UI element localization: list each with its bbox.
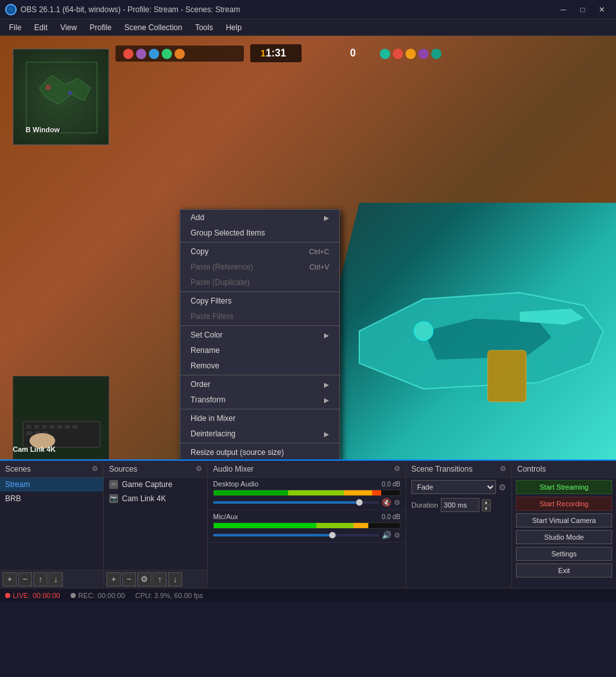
titlebar: OBS 26.1.1 (64-bit, windows) - Profile: … (0, 0, 616, 19)
menu-scene-collection[interactable]: Scene Collection (118, 19, 189, 35)
vol-seg-red-1 (372, 490, 382, 495)
desktop-audio-controls: 🔇 ⚙ (213, 498, 400, 507)
mic-aux-db: 0.0 dB (382, 513, 400, 520)
duration-row: Duration ▲ ▼ (406, 497, 511, 513)
ctx-sep-4 (180, 375, 339, 375)
ctx-paste-ref: Paste (Reference) Ctrl+V (180, 259, 339, 275)
titlebar-left: OBS 26.1.1 (64-bit, windows) - Profile: … (5, 4, 240, 15)
close-button[interactable]: ✕ (593, 3, 611, 17)
transition-select[interactable]: Fade Cut Swipe (411, 480, 496, 494)
mic-settings-icon[interactable]: ⚙ (394, 531, 400, 540)
exit-button[interactable]: Exit (516, 563, 612, 578)
svg-point-24 (136, 49, 146, 59)
transitions-header-icon[interactable]: ⚙ (500, 465, 506, 473)
vol-seg-orange-1 (344, 490, 372, 495)
source-up-button[interactable]: ↑ (153, 572, 167, 587)
transition-gear-icon[interactable]: ⚙ (499, 483, 506, 492)
ctx-paste-dup: Paste (Duplicate) (180, 275, 339, 290)
live-label: LIVE: (13, 592, 30, 599)
ctx-transform[interactable]: Transform ▶ (180, 392, 339, 407)
svg-point-28 (380, 49, 390, 59)
source-remove-button[interactable]: − (122, 572, 136, 587)
menu-help[interactable]: Help (219, 19, 248, 35)
svg-text:0: 0 (350, 47, 356, 58)
ctx-copy-filters[interactable]: Copy Filters (180, 293, 339, 309)
ctx-order-label: Order (191, 380, 210, 389)
statusbar: LIVE: 00:00:00 REC: 00:00:00 CPU: 3.9%, … (0, 588, 616, 602)
menu-tools[interactable]: Tools (189, 19, 219, 35)
source-add-button[interactable]: + (107, 572, 121, 587)
ctx-resize-output[interactable]: Resize output (source size) (180, 445, 339, 459)
settings-button[interactable]: Settings (516, 547, 612, 561)
scene-add-button[interactable]: + (3, 572, 17, 587)
svg-rect-12 (26, 431, 33, 435)
ctx-transform-label: Transform (191, 395, 225, 404)
mixer-track-desktop-header: Desktop Audio 0.0 dB (213, 480, 400, 488)
cpu-status: CPU: 3.9%, 60.00 fps (135, 592, 203, 599)
desktop-settings-icon[interactable]: ⚙ (394, 499, 400, 507)
source-item-game-capture[interactable]: 🎮 Game Capture (104, 477, 207, 492)
svg-point-25 (149, 49, 159, 59)
duration-input[interactable] (441, 498, 479, 512)
vol-seg-orange-2 (354, 523, 368, 528)
ctx-deinterlacing[interactable]: Deinterlacing ▶ (180, 426, 339, 441)
studio-mode-button[interactable]: Studio Mode (516, 530, 612, 544)
controls-header-label: Controls (517, 465, 546, 474)
mic-mute-icon[interactable]: 🔊 (382, 531, 391, 540)
source-settings-button[interactable]: ⚙ (137, 572, 151, 587)
start-streaming-button[interactable]: Start Streaming (516, 480, 612, 494)
svg-rect-2 (68, 91, 72, 95)
menu-edit[interactable]: Edit (28, 19, 54, 35)
minimize-button[interactable]: ─ (554, 3, 572, 17)
menubar: File Edit View Profile Scene Collection … (0, 19, 616, 36)
menu-view[interactable]: View (54, 19, 83, 35)
mic-slider-track (213, 534, 379, 536)
duration-spinners: ▲ ▼ (482, 499, 491, 511)
source-item-cam-link[interactable]: 📷 Cam Link 4K (104, 492, 207, 506)
mic-slider-thumb[interactable] (329, 532, 336, 538)
ctx-add-label: Add (191, 213, 204, 222)
svg-rect-7 (42, 425, 47, 429)
window-title: OBS 26.1.1 (64-bit, windows) - Profile: … (21, 5, 240, 14)
ctx-copy[interactable]: Copy Ctrl+C (180, 244, 339, 259)
ctx-hide-mixer[interactable]: Hide in Mixer (180, 411, 339, 426)
mixer-track-mic: Mic/Aux 0.0 dB 🔊 ⚙ (208, 510, 406, 543)
start-virtual-camera-button[interactable]: Start Virtual Camera (516, 513, 612, 527)
sources-panel: Sources ⚙ 🎮 Game Capture 📷 Cam Link 4K +… (104, 461, 208, 588)
scenes-header-icon[interactable]: ⚙ (92, 465, 98, 473)
scene-item-brb[interactable]: BRB (0, 492, 103, 506)
svg-point-29 (393, 49, 403, 59)
mixer-header-icon[interactable]: ⚙ (394, 465, 400, 473)
mixer-panel-header: Audio Mixer ⚙ (208, 461, 406, 477)
desktop-slider-track (213, 501, 379, 504)
scene-remove-button[interactable]: − (18, 572, 32, 587)
ctx-rename-label: Rename (191, 346, 219, 355)
obs-logo-icon (5, 4, 17, 15)
desktop-audio-label: Desktop Audio (213, 480, 259, 488)
ctx-remove[interactable]: Remove (180, 358, 339, 373)
scene-down-button[interactable]: ↓ (49, 572, 63, 587)
ctx-set-color-label: Set Color (191, 330, 223, 339)
duration-up-button[interactable]: ▲ (482, 499, 491, 505)
scene-up-button[interactable]: ↑ (33, 572, 47, 587)
menu-profile[interactable]: Profile (83, 19, 118, 35)
window-controls: ─ □ ✕ (554, 3, 611, 17)
ctx-rename[interactable]: Rename (180, 343, 339, 358)
scene-item-stream[interactable]: Stream (0, 477, 103, 492)
sources-header-icon[interactable]: ⚙ (196, 465, 202, 473)
desktop-mute-icon[interactable]: 🔇 (382, 498, 391, 507)
source-down-button[interactable]: ↓ (168, 572, 182, 587)
menu-file[interactable]: File (3, 19, 28, 35)
maximize-button[interactable]: □ (574, 3, 592, 17)
vol-seg-yellow-2 (316, 523, 354, 528)
mixer-track-mic-header: Mic/Aux 0.0 dB (213, 513, 400, 520)
ctx-order[interactable]: Order ▶ (180, 377, 339, 392)
ctx-group-selected[interactable]: Group Selected Items (180, 225, 339, 241)
desktop-slider-thumb[interactable] (356, 499, 363, 506)
desktop-audio-db: 0.0 dB (382, 481, 400, 488)
ctx-add[interactable]: Add ▶ (180, 210, 339, 225)
ctx-set-color[interactable]: Set Color ▶ (180, 327, 339, 343)
start-recording-button[interactable]: Start Recording (516, 497, 612, 511)
sources-panel-header: Sources ⚙ (104, 461, 207, 477)
duration-down-button[interactable]: ▼ (482, 506, 491, 511)
